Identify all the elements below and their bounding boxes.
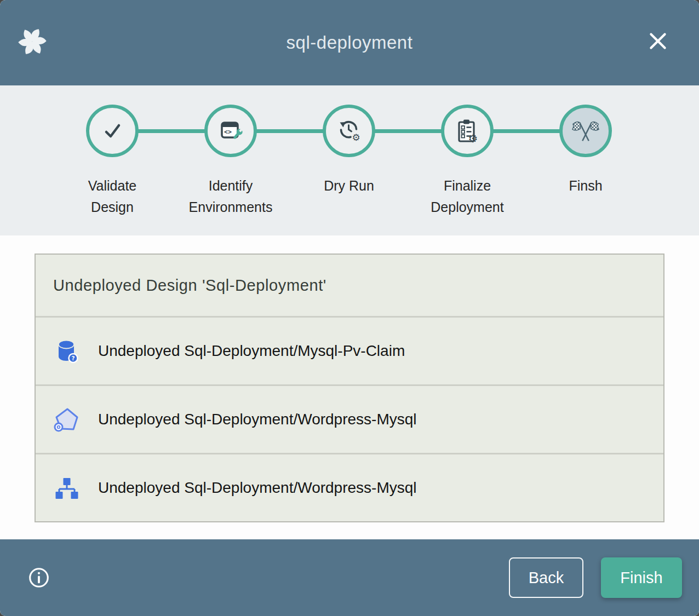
list-item: ? Undeployed Sql-Deployment/Mysql-Pv-Cla… bbox=[36, 316, 663, 384]
step-circle-dry-run[interactable]: ⚙ bbox=[323, 105, 375, 157]
topology-tree-icon bbox=[53, 475, 79, 501]
dialog-header: sql-deployment bbox=[0, 0, 699, 85]
close-button[interactable] bbox=[645, 28, 671, 54]
step-label: Finsh bbox=[569, 175, 602, 197]
list-item-text: Undeployed Sql-Deployment/Wordpress-Mysq… bbox=[98, 411, 417, 428]
database-question-icon: ? bbox=[53, 338, 79, 364]
step-circle-identify-environments[interactable]: <> bbox=[204, 105, 257, 157]
step-dry-run: ⚙ Dry Run bbox=[290, 85, 408, 218]
panel-title: Undeployed Design 'Sql-Deployment' bbox=[36, 255, 663, 316]
list-item-text: Undeployed Sql-Deployment/Wordpress-Mysq… bbox=[98, 479, 417, 497]
pentagon-badge-icon bbox=[53, 406, 79, 433]
close-icon bbox=[646, 30, 669, 53]
dialog-title: sql-deployment bbox=[0, 0, 699, 85]
undeployed-items-panel: Undeployed Design 'Sql-Deployment' ? Und… bbox=[35, 254, 664, 522]
dialog-footer: Back Finish bbox=[0, 539, 699, 616]
info-icon bbox=[27, 566, 50, 589]
step-circle-finsh[interactable] bbox=[559, 105, 612, 157]
list-item: Undeployed Sql-Deployment/Wordpress-Mysq… bbox=[36, 453, 663, 521]
step-circle-validate-design[interactable] bbox=[86, 105, 139, 157]
deployment-report-area: Undeployed Design 'Sql-Deployment' ? Und… bbox=[0, 235, 699, 539]
svg-text:<>: <> bbox=[224, 128, 232, 136]
info-button[interactable] bbox=[27, 566, 50, 589]
list-item: Undeployed Sql-Deployment/Wordpress-Mysq… bbox=[36, 384, 663, 453]
step-label: Validate Design bbox=[88, 175, 137, 218]
checkered-flags-icon bbox=[571, 118, 600, 143]
step-label: Finalize Deployment bbox=[431, 175, 503, 218]
step-finsh: Finsh bbox=[526, 85, 645, 218]
step-finalize-deployment: ⚙ Finalize Deployment bbox=[408, 85, 526, 218]
sql-deployment-dialog: sql-deployment bbox=[0, 0, 699, 616]
step-label: Identify Environments bbox=[189, 175, 273, 218]
step-validate-design: Validate Design bbox=[53, 85, 171, 218]
back-button[interactable]: Back bbox=[509, 557, 583, 598]
list-item-text: Undeployed Sql-Deployment/Mysql-Pv-Claim bbox=[98, 342, 405, 360]
clipboard-checklist-gear-icon: ⚙ bbox=[454, 118, 480, 144]
checkmark-icon bbox=[99, 118, 125, 144]
step-identify-environments: <> Identify Environments bbox=[171, 85, 290, 218]
svg-text:?: ? bbox=[71, 355, 75, 361]
code-window-wrench-icon: <> bbox=[217, 118, 244, 144]
dry-run-refresh-gear-icon: ⚙ bbox=[336, 118, 362, 144]
step-label: Dry Run bbox=[324, 175, 374, 197]
step-circle-finalize-deployment[interactable]: ⚙ bbox=[441, 105, 494, 157]
wizard-stepper: Validate Design <> bbox=[0, 85, 699, 235]
svg-text:⚙: ⚙ bbox=[352, 132, 360, 143]
finish-button[interactable]: Finish bbox=[601, 557, 682, 598]
svg-text:⚙: ⚙ bbox=[468, 132, 478, 144]
